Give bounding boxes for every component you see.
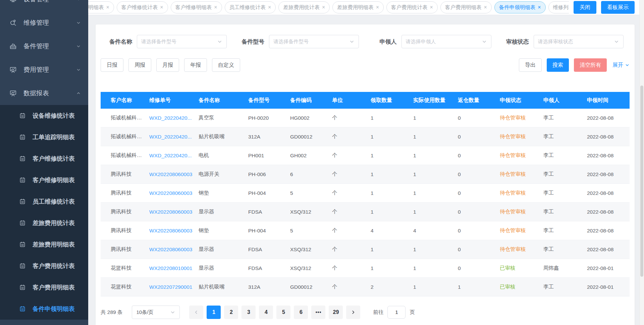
cell-order-link[interactable]: WXD_20220420... <box>149 115 199 121</box>
filter-select[interactable]: 请选择申领人 <box>401 35 491 48</box>
table-row: 花篮科技WX202208010001显示器FDSAXSQ/312个110已审核周… <box>101 259 630 278</box>
table-row: 腾讯科技WX202208060003显示器FDSAXSQ/312个110待仓管审… <box>101 240 630 259</box>
tab-item[interactable]: 客户维修明细表× <box>171 1 222 13</box>
sidebar-subitem[interactable]: 差旅费用统计表 <box>0 212 88 234</box>
filter-label: 备件型号 <box>233 38 269 46</box>
sidebar-item-2[interactable]: 维修管理 <box>0 11 88 35</box>
tab-item[interactable]: 客户费用明细表× <box>440 1 492 13</box>
cell-model: PH-004 <box>248 228 290 234</box>
cell-order-link[interactable]: WX202208060003 <box>149 209 199 215</box>
filter-select[interactable]: 请选择备件型号 <box>137 35 227 48</box>
cell-code: GH002 <box>290 153 332 159</box>
sidebar-subitem[interactable]: 备件申领明细表 <box>0 298 88 320</box>
cell-customer: 花篮科技 <box>101 265 149 272</box>
scrollbar[interactable] <box>639 0 644 325</box>
page-ellipsis[interactable]: ••• <box>311 306 325 319</box>
data-table: 客户名称维修单号备件名称备件型号备件编码单位领取数量实际使用数量返仓数量申领状态… <box>101 92 630 296</box>
period-button[interactable]: 月报 <box>156 58 179 72</box>
page-button[interactable]: 2 <box>224 306 238 319</box>
cell-part-name: 钢垫 <box>199 189 248 197</box>
chevron-down-icon <box>76 20 81 25</box>
filter-select[interactable]: 请选择审核状态 <box>534 35 624 48</box>
cell-customer: 拓诚机械科技（... <box>101 152 149 159</box>
tab-item[interactable]: 差旅费用统计表× <box>278 1 330 13</box>
sidebar-subitem[interactable]: 客户费用统计表 <box>0 255 88 277</box>
close-icon[interactable]: × <box>538 5 541 10</box>
cell-order-link[interactable]: WX202208060003 <box>149 228 199 234</box>
cell-order-link[interactable]: WX202207290001 <box>149 284 199 290</box>
cell-status: 待仓管审核 <box>500 171 543 178</box>
tab-item[interactable]: 工单追踪明细表× <box>88 1 114 13</box>
period-button[interactable]: 自定义 <box>212 58 240 72</box>
cell-order-link[interactable]: WX202208060003 <box>149 247 199 253</box>
close-icon[interactable]: × <box>484 5 487 10</box>
next-page-button[interactable] <box>346 306 360 319</box>
close-icon[interactable]: × <box>268 5 271 10</box>
sidebar-subitem-label: 差旅费用统计表 <box>33 219 75 227</box>
tab-item[interactable]: 维修列表× <box>548 1 569 13</box>
sidebar-subitem[interactable]: 客户维修明细表 <box>0 169 88 191</box>
close-icon[interactable]: × <box>376 5 379 10</box>
export-button[interactable]: 导出 <box>519 58 542 72</box>
close-icon[interactable]: × <box>322 5 325 10</box>
cell-order-link[interactable]: WXD_20220420... <box>149 153 199 159</box>
sidebar-item-4[interactable]: 费用管理 <box>0 58 88 82</box>
page-button[interactable]: 5 <box>276 306 290 319</box>
period-button[interactable]: 日报 <box>101 58 123 72</box>
cell-applicant: 李工 <box>543 208 587 215</box>
clear-all-button[interactable]: 清空所有 <box>574 58 607 72</box>
cell-order-link[interactable]: WX202208060003 <box>149 190 199 196</box>
tab-item[interactable]: 差旅费用明细表× <box>332 1 384 13</box>
notebook-icon <box>19 112 26 119</box>
scrollbar-thumb[interactable] <box>640 86 643 277</box>
cell-customer: 拓诚机械科技（... <box>101 114 149 121</box>
page-button[interactable]: 6 <box>294 306 308 319</box>
cell-part-name: 显示器 <box>199 246 248 253</box>
tab-item[interactable]: 客户维修统计表× <box>117 1 168 13</box>
sidebar-subitem[interactable]: 员工维修统计表 <box>0 191 88 212</box>
page-button[interactable]: 1 <box>207 306 221 319</box>
page-button[interactable]: 3 <box>241 306 256 319</box>
cell-status: 待仓管审核 <box>500 246 543 253</box>
cell-order-link[interactable]: WXD_20220420... <box>149 134 199 140</box>
close-icon[interactable]: × <box>214 5 217 10</box>
close-button[interactable]: 关闭 <box>574 1 596 14</box>
prev-page-button[interactable] <box>189 306 203 319</box>
page-size-select[interactable]: 10条/页 <box>132 306 180 319</box>
period-button[interactable]: 周报 <box>128 58 151 72</box>
cell-order-link[interactable]: WX202208060003 <box>149 171 199 177</box>
tab-item[interactable]: 客户费用统计表× <box>386 1 438 13</box>
sidebar-item-settings[interactable]: 系统设置 <box>0 320 88 325</box>
cell-received-qty: 1 <box>371 153 413 159</box>
cell-status: 待仓管审核 <box>500 133 543 140</box>
board-display-button[interactable]: 看板展示 <box>601 1 635 14</box>
expand-toggle[interactable]: 展开 <box>612 62 630 69</box>
cell-returned-qty: 1 <box>458 284 500 290</box>
cell-order-link[interactable]: WX202208010001 <box>149 265 199 271</box>
sidebar-subitem[interactable]: 客户费用明细表 <box>0 277 88 298</box>
sidebar-subitem[interactable]: 差旅费用明细表 <box>0 234 88 255</box>
filter-select[interactable]: 请选择备件型号 <box>269 35 359 48</box>
tab-item[interactable]: 备件申领明细表× <box>494 1 546 13</box>
page-button[interactable]: 4 <box>259 306 273 319</box>
sidebar-subitem[interactable]: 工单追踪明细表 <box>0 126 88 148</box>
sidebar-item-5[interactable]: 数据报表 <box>0 82 88 105</box>
sidebar-subitem[interactable]: 设备维修统计表 <box>0 105 88 126</box>
cell-used-qty: 1 <box>413 284 458 290</box>
sidebar-subitem-label: 客户维修明细表 <box>33 176 75 184</box>
page-button[interactable]: 29 <box>329 306 343 319</box>
search-button[interactable]: 搜索 <box>547 58 569 72</box>
period-button[interactable]: 年报 <box>184 58 207 72</box>
close-icon[interactable]: × <box>160 5 163 10</box>
close-icon[interactable]: × <box>430 5 433 10</box>
close-icon[interactable]: × <box>106 5 109 10</box>
sidebar-item-3[interactable]: 备件管理 <box>0 35 88 58</box>
tab-item[interactable]: 员工维修统计表× <box>225 1 276 13</box>
goto-page-input[interactable] <box>387 306 406 319</box>
monitor-icon <box>9 0 17 3</box>
column-header: 维修单号 <box>149 97 199 104</box>
chevron-down-icon <box>217 39 222 44</box>
chevron-down-icon <box>614 39 619 44</box>
sidebar-item-1[interactable]: 设备管理 <box>0 0 88 11</box>
sidebar-subitem[interactable]: 客户维修统计表 <box>0 148 88 169</box>
